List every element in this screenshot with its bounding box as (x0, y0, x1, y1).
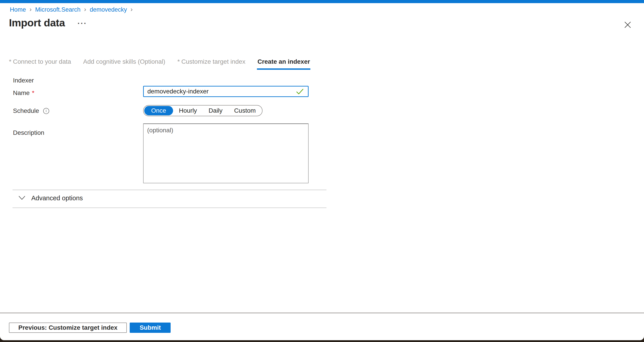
info-icon[interactable]: i (43, 108, 49, 114)
schedule-option-hourly[interactable]: Hourly (173, 106, 203, 116)
more-options-icon[interactable]: ··· (77, 19, 87, 28)
tab-add-cognitive-skills[interactable]: Add cognitive skills (Optional) (83, 58, 165, 65)
chevron-down-icon (18, 196, 26, 201)
footer-buttons: Previous: Customize target index Submit (9, 322, 170, 333)
breadcrumb-link-home[interactable]: Home (10, 6, 26, 13)
chevron-right-icon: › (30, 6, 32, 13)
chevron-right-icon: › (130, 6, 132, 13)
schedule-label: Schedule i (13, 107, 49, 114)
page-header: Import data ··· (9, 16, 87, 29)
breadcrumb: Home › Microsoft.Search › demovedecky › (10, 6, 132, 13)
schedule-label-text: Schedule (13, 107, 39, 114)
description-textarea[interactable] (143, 124, 308, 183)
advanced-options-toggle[interactable]: Advanced options (18, 194, 83, 202)
indexer-name-input[interactable] (143, 86, 308, 97)
tab-customize-target-index[interactable]: *Customize target index (177, 58, 245, 65)
schedule-option-once[interactable]: Once (144, 106, 173, 115)
tab-label: Create an indexer (258, 58, 310, 65)
valid-checkmark-icon (296, 88, 304, 96)
tab-label: Connect to your data (13, 58, 71, 65)
advanced-options-label: Advanced options (31, 194, 83, 202)
breadcrumb-link-microsoft-search[interactable]: Microsoft.Search (35, 6, 80, 13)
tab-label: Customize target index (181, 58, 245, 65)
name-label: Name * (13, 90, 34, 96)
required-marker: * (177, 58, 180, 65)
required-asterisk: * (32, 90, 34, 96)
description-label: Description (13, 129, 44, 136)
tab-connect-to-your-data[interactable]: *Connect to your data (9, 58, 71, 65)
divider (12, 208, 326, 208)
name-label-text: Name (13, 90, 30, 96)
previous-button[interactable]: Previous: Customize target index (9, 322, 127, 333)
submit-button[interactable]: Submit (130, 322, 170, 333)
azure-top-bar (0, 0, 644, 3)
tab-create-an-indexer[interactable]: Create an indexer (258, 58, 310, 65)
schedule-option-custom[interactable]: Custom (228, 106, 262, 116)
description-label-text: Description (13, 129, 44, 136)
indexer-section-title: Indexer (13, 77, 34, 84)
tab-label: Add cognitive skills (Optional) (83, 58, 165, 65)
content-sheet: Home › Microsoft.Search › demovedecky › … (0, 0, 644, 340)
wizard-tabs: *Connect to your data Add cognitive skil… (9, 58, 310, 65)
divider (12, 190, 326, 190)
page-title: Import data (9, 16, 65, 29)
breadcrumb-link-demovedecky[interactable]: demovedecky (90, 6, 127, 13)
close-icon[interactable] (624, 20, 632, 29)
footer-divider (0, 312, 644, 314)
required-marker: * (9, 58, 12, 65)
schedule-option-daily[interactable]: Daily (203, 106, 228, 116)
import-data-page: Home › Microsoft.Search › demovedecky › … (0, 0, 644, 342)
schedule-pill-group: Once Hourly Daily Custom (143, 105, 262, 116)
chevron-right-icon: › (84, 6, 86, 13)
